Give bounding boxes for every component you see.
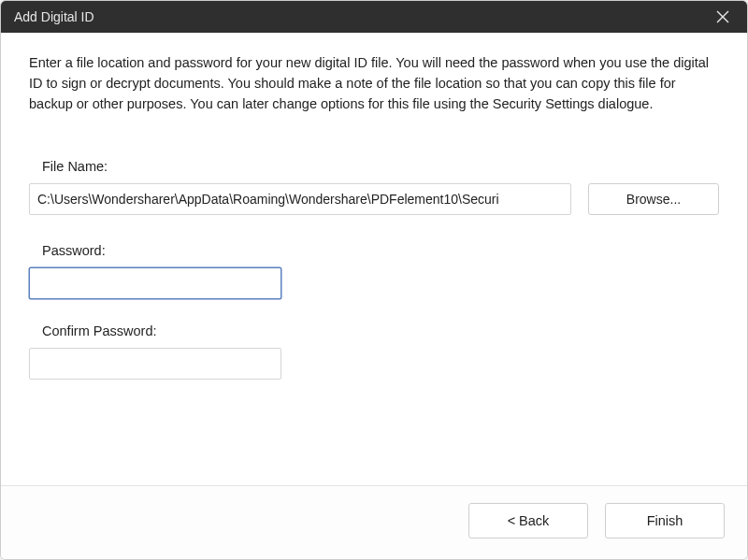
dialog-footer: < Back Finish xyxy=(1,485,747,559)
browse-button[interactable]: Browse... xyxy=(588,183,719,215)
file-row: Browse... xyxy=(42,183,719,215)
form-section: File Name: Browse... Password: Confirm P… xyxy=(29,159,719,404)
password-label: Password: xyxy=(42,243,719,258)
instructions-text: Enter a file location and password for y… xyxy=(29,53,719,114)
dialog-content: Enter a file location and password for y… xyxy=(1,33,747,485)
finish-button[interactable]: Finish xyxy=(605,503,725,538)
confirm-password-label: Confirm Password: xyxy=(42,323,719,338)
password-group: Password: xyxy=(42,243,719,299)
password-input[interactable] xyxy=(29,267,281,299)
back-button[interactable]: < Back xyxy=(468,503,588,538)
file-name-label: File Name: xyxy=(42,159,719,174)
file-name-input[interactable] xyxy=(29,183,571,215)
titlebar: Add Digital ID xyxy=(1,1,747,33)
confirm-password-group: Confirm Password: xyxy=(42,323,719,380)
close-icon xyxy=(716,10,729,23)
add-digital-id-dialog: Add Digital ID Enter a file location and… xyxy=(0,0,748,560)
window-title: Add Digital ID xyxy=(14,9,94,24)
close-button[interactable] xyxy=(710,4,736,30)
confirm-password-input[interactable] xyxy=(29,348,281,380)
